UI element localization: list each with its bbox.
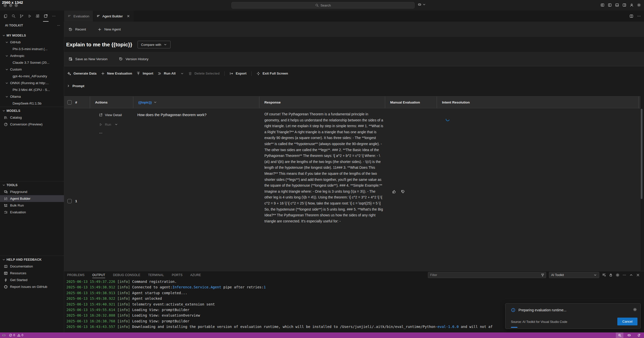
- sidebar-group-custom[interactable]: Custom: [0, 66, 64, 73]
- close-icon[interactable]: [127, 14, 130, 18]
- sidebar-item-get-started[interactable]: Get Started: [0, 277, 64, 283]
- command-center-search[interactable]: Search: [231, 2, 415, 9]
- column-header-topic[interactable]: {{topic}}: [133, 96, 259, 108]
- documentation-icon: [4, 264, 8, 268]
- sidebar-item-phi-3-mini-4k-cpu-s[interactable]: Phi 3 Mini 4K (CPU - S...: [0, 86, 64, 93]
- notification-gear-icon[interactable]: [633, 308, 637, 312]
- activity-extensions-icon[interactable]: [34, 11, 42, 22]
- export-button[interactable]: Export: [229, 72, 247, 76]
- lock-scroll-icon[interactable]: [609, 273, 613, 277]
- notification-title: Preparing evaluation runtime...: [518, 308, 567, 312]
- run-all-dropdown-chevron-icon[interactable]: [180, 72, 184, 75]
- sidebar-item-phi-3-5-mini-instruct[interactable]: Phi-3.5-mini instruct (...: [0, 46, 64, 52]
- toggle-secondary-sidebar-icon[interactable]: [622, 3, 626, 7]
- gear-icon[interactable]: [616, 273, 620, 277]
- problems-status[interactable]: 0 0: [9, 333, 23, 337]
- log-line: 2025-06-13 15:49:37.226 [info] Command r…: [66, 279, 644, 284]
- sidebar-item-deepseek-r1-1-5b[interactable]: DeepSeek-R1:1.5b: [0, 100, 64, 107]
- toggle-primary-sidebar-icon[interactable]: [608, 3, 612, 7]
- sidebar-group-ollama[interactable]: Ollama: [0, 93, 64, 100]
- conversion-icon: [4, 122, 8, 126]
- output-channel-select[interactable]: AI Toolkit: [549, 272, 599, 278]
- more-actions-icon[interactable]: [57, 24, 60, 27]
- account-icon[interactable]: [630, 3, 634, 7]
- section-tools[interactable]: TOOLS: [0, 182, 64, 188]
- activity-run-debug-icon[interactable]: [26, 11, 34, 22]
- cancel-button[interactable]: Cancel: [617, 318, 637, 325]
- resources-icon: [4, 271, 8, 275]
- sidebar-item-report-issues-on-github[interactable]: Report Issues on GitHub: [0, 283, 64, 290]
- view-detail-button[interactable]: View Detail: [99, 112, 133, 118]
- table-scrollbar[interactable]: [641, 109, 642, 199]
- settings-gear-icon[interactable]: [637, 3, 641, 7]
- activity-search-icon[interactable]: [10, 11, 18, 22]
- thumbs-up-icon[interactable]: [392, 112, 396, 271]
- more-actions-icon[interactable]: [637, 14, 641, 18]
- sidebar-item-claude-3-7-sonnet-20[interactable]: Claude 3.7 Sonnet (20...: [0, 59, 64, 66]
- sidebar-item-resources[interactable]: Resources: [0, 270, 64, 277]
- panel-tab-azure[interactable]: AZURE: [190, 271, 201, 279]
- section-my-models[interactable]: MY MODELS: [0, 32, 64, 39]
- sidebar-item-playground[interactable]: Playground: [0, 188, 64, 195]
- split-editor-icon[interactable]: [629, 14, 633, 18]
- row-checkbox[interactable]: [67, 199, 72, 203]
- sidebar-item-catalog[interactable]: Catalog: [0, 114, 64, 121]
- maximize-panel-icon[interactable]: [629, 273, 633, 277]
- zoom-status-icon[interactable]: [616, 332, 623, 338]
- run-button: Run: [99, 121, 133, 127]
- notifications-bell-icon[interactable]: [635, 332, 642, 338]
- sidebar-group-anthropic[interactable]: Anthropic: [0, 52, 64, 59]
- copilot-menu[interactable]: [418, 3, 426, 7]
- bulk-run-icon: [4, 204, 8, 208]
- chevron-down-icon[interactable]: [114, 123, 118, 126]
- panel-tab-ports[interactable]: PORTS: [172, 271, 183, 279]
- save-as-new-version-button[interactable]: Save as New Version: [68, 57, 107, 61]
- panel-tab-debug-console[interactable]: DEBUG CONSOLE: [113, 271, 140, 279]
- filter-funnel-icon: [541, 273, 544, 277]
- import-button[interactable]: Import: [136, 72, 153, 76]
- sidebar-item-bulk-run[interactable]: Bulk Run: [0, 202, 64, 209]
- panel-tab-problems[interactable]: PROBLEMS: [67, 271, 85, 279]
- chevron-down-icon: [164, 43, 167, 46]
- activity-source-control-icon[interactable]: [18, 11, 26, 22]
- customize-layout-icon[interactable]: [600, 3, 605, 7]
- sidebar-group-onnx-running-at-http[interactable]: ONNX (Running at http:...: [0, 80, 64, 86]
- chevron-down-icon: [2, 109, 6, 113]
- row-more-actions-button[interactable]: [99, 130, 133, 136]
- table-header: # Actions {{topic}} Response Manual Eval…: [64, 96, 640, 108]
- more-actions-icon[interactable]: [622, 273, 626, 277]
- sidebar-item-evaluation[interactable]: Evaluation: [0, 209, 64, 216]
- copilot-status-icon[interactable]: [625, 332, 633, 338]
- activity-explorer-icon[interactable]: [2, 11, 10, 22]
- exit-full-screen-button[interactable]: Exit Full Screen: [256, 72, 288, 76]
- activity-more-icon[interactable]: [50, 11, 58, 22]
- sidebar-item-agent-builder[interactable]: Agent Builder: [0, 195, 64, 202]
- sidebar-item-documentation[interactable]: Documentation: [0, 263, 64, 270]
- clear-output-icon[interactable]: [602, 273, 606, 277]
- close-panel-icon[interactable]: [636, 273, 640, 277]
- output-filter-input[interactable]: [428, 272, 546, 278]
- section-help-and-feedback[interactable]: HELP AND FEEDBACK: [0, 256, 64, 263]
- panel-tab-terminal[interactable]: TERMINAL: [148, 271, 164, 279]
- sidebar-item-conversion-preview[interactable]: Conversion (Preview): [0, 121, 64, 128]
- compare-with-button[interactable]: Compare with: [138, 41, 171, 48]
- thumbs-down-icon[interactable]: [401, 112, 405, 271]
- select-all-checkbox[interactable]: [67, 100, 72, 105]
- new-evaluation-button[interactable]: New Evaluation: [101, 72, 132, 76]
- new-agent-button[interactable]: New Agent: [98, 27, 121, 31]
- version-history-button[interactable]: Version History: [119, 57, 148, 61]
- run-all-button[interactable]: Run All: [157, 72, 176, 76]
- sidebar-item-gpt-4o-mini-aifoundry[interactable]: gpt-4o-mini_AIFoundry: [0, 73, 64, 80]
- remote-indicator-icon[interactable]: [2, 333, 6, 337]
- sidebar-group-github[interactable]: GitHub: [0, 39, 64, 46]
- generate-data-button[interactable]: Generate Data: [67, 72, 97, 76]
- chevron-down-icon: [5, 81, 9, 85]
- activity-ai-toolkit-icon[interactable]: [42, 11, 50, 22]
- prompt-section-toggle[interactable]: Prompt: [64, 81, 84, 91]
- tab-evaluation[interactable]: Evaluation: [64, 11, 93, 22]
- recent-button[interactable]: Recent: [68, 27, 86, 31]
- panel-tab-output[interactable]: OUTPUT: [92, 271, 105, 279]
- tab-agent-builder[interactable]: Agent Builder: [93, 11, 134, 22]
- section-models[interactable]: MODELS: [0, 107, 64, 114]
- toggle-panel-icon[interactable]: [615, 3, 619, 7]
